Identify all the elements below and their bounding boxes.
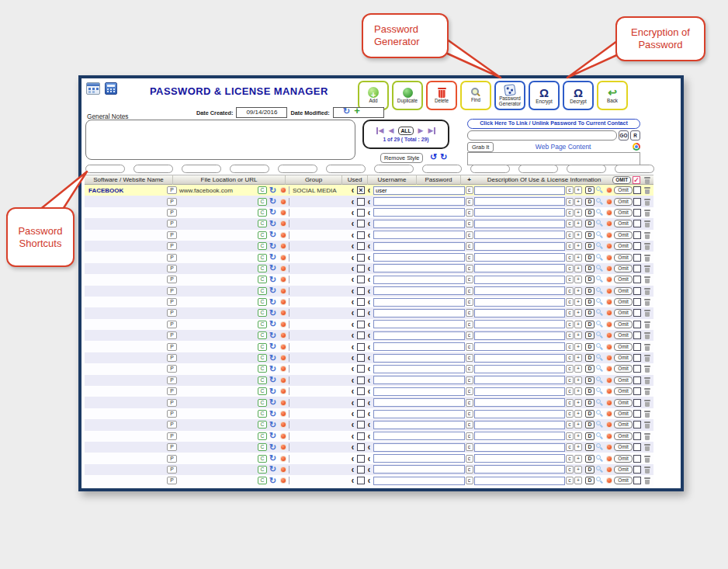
password-shortcut-field[interactable] [470,165,510,173]
username-input[interactable] [373,186,465,195]
delete-row-icon[interactable] [642,387,652,395]
password-shortcut-button[interactable]: P [167,231,177,239]
copy-username-button[interactable]: c [466,209,473,217]
add-password-button[interactable]: + [574,354,582,362]
copy-username-button[interactable]: c [466,242,473,250]
copy-username-button[interactable]: c [466,466,473,474]
username-input[interactable] [373,331,465,340]
copy-url-button[interactable]: C [258,186,267,194]
open-url-icon[interactable]: ↻ [268,465,278,474]
add-button[interactable]: + Add [358,81,389,110]
password-shortcut-button[interactable]: P [167,466,177,474]
password-shortcut-button[interactable]: P [167,321,177,328]
omit-checkbox[interactable] [633,477,641,484]
password-input[interactable] [474,253,566,262]
password-shortcut-button[interactable]: P [167,276,177,283]
open-url-icon[interactable]: ↻ [268,320,278,328]
open-url-icon[interactable]: ↻ [268,264,278,272]
username-input[interactable] [373,354,465,363]
password-shortcut-field[interactable] [278,165,317,173]
omit-button[interactable]: Omit [614,321,633,328]
copy-url-button[interactable]: C [258,298,267,306]
delete-row-icon[interactable] [642,254,652,262]
description-button[interactable]: D [585,354,595,362]
copy-password-button[interactable]: c [566,198,574,206]
add-password-button[interactable]: + [574,254,582,262]
copy-password-button[interactable]: c [566,443,574,451]
delete-row-icon[interactable] [642,276,652,283]
used-checkbox[interactable] [357,276,365,283]
omit-all-checkbox[interactable]: ✓ [633,176,640,184]
password-shortcut-button[interactable]: P [167,410,177,418]
omit-button[interactable]: Omit [614,421,633,428]
open-url-icon[interactable]: ↻ [268,220,278,228]
open-url-icon[interactable]: ↻ [268,376,278,384]
password-shortcut-button[interactable]: P [167,376,177,384]
copy-url-button[interactable]: C [258,466,267,474]
delete-row-icon[interactable] [642,365,652,373]
username-input[interactable] [373,376,465,384]
column-header-description[interactable]: Description Of Use & License Information [477,175,611,185]
copy-password-button[interactable]: c [566,321,574,328]
find-button[interactable]: Find [460,81,491,110]
copy-username-button[interactable]: c [466,455,473,463]
copy-password-button[interactable]: c [566,242,574,250]
password-shortcut-field[interactable] [374,165,414,173]
add-password-button[interactable]: + [574,321,582,328]
username-input[interactable] [373,432,465,440]
omit-button[interactable]: Omit [614,387,633,395]
add-password-button[interactable]: + [574,209,582,217]
delete-row-icon[interactable] [642,421,652,428]
used-checkbox[interactable] [357,466,365,474]
password-shortcut-button[interactable]: P [167,455,177,463]
password-shortcut-button[interactable]: P [167,265,177,272]
password-input[interactable] [474,242,566,251]
r-button[interactable]: R [630,130,640,141]
copy-url-button[interactable]: C [258,331,267,339]
password-shortcut-field[interactable] [133,165,173,173]
delete-row-icon[interactable] [642,343,652,351]
description-button[interactable]: D [585,376,595,384]
copy-password-button[interactable]: c [566,209,574,217]
copy-password-button[interactable]: c [566,186,574,194]
delete-row-icon[interactable] [642,321,652,328]
web-page-content-input[interactable] [467,152,640,165]
copy-url-button[interactable]: C [258,242,267,250]
delete-row-icon[interactable] [642,399,652,407]
search-icon[interactable] [595,242,605,250]
copy-password-button[interactable]: c [566,466,574,474]
username-input[interactable] [373,477,465,485]
copy-password-button[interactable]: c [566,220,574,227]
used-checkbox[interactable] [357,220,365,227]
copy-url-button[interactable]: C [258,198,267,206]
omit-button[interactable]: Omit [614,242,633,250]
description-button[interactable]: D [585,387,595,395]
omit-checkbox[interactable] [633,399,641,407]
add-password-button[interactable]: + [574,387,582,395]
open-url-icon[interactable]: ↻ [268,331,278,340]
omit-checkbox[interactable] [633,443,641,451]
copy-username-button[interactable]: c [466,276,473,283]
omit-checkbox[interactable] [633,231,641,239]
search-icon[interactable] [595,254,605,262]
copy-url-button[interactable]: C [258,387,267,395]
copy-password-button[interactable]: c [566,354,574,362]
copy-url-button[interactable]: C [258,343,267,351]
password-input[interactable] [474,298,566,307]
open-url-icon[interactable]: ↻ [268,309,278,317]
description-button[interactable]: D [585,365,595,373]
delete-row-icon[interactable] [642,198,652,206]
password-shortcut-field[interactable] [518,165,558,173]
open-url-icon[interactable]: ↻ [268,342,278,351]
copy-password-button[interactable]: c [566,287,574,295]
search-icon[interactable] [595,209,605,217]
open-url-icon[interactable]: ↻ [268,298,278,307]
copy-username-button[interactable]: c [466,365,473,373]
password-shortcut-field[interactable] [615,165,654,173]
password-shortcut-button[interactable]: P [167,365,177,373]
delete-row-icon[interactable] [642,432,652,440]
description-button[interactable]: D [585,432,595,440]
used-checkbox[interactable] [357,376,365,384]
copy-url-button[interactable]: C [258,220,267,227]
copy-username-button[interactable]: c [466,331,473,339]
